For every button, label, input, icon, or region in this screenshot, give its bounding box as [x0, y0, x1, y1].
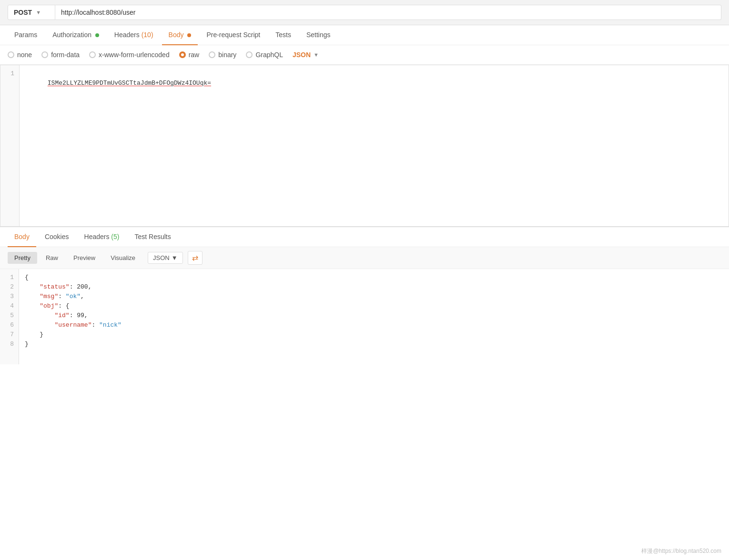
body-option-form-data[interactable]: form-data — [41, 51, 80, 59]
body-option-none[interactable]: none — [8, 51, 32, 59]
resp-format-arrow: ▼ — [172, 254, 178, 261]
resp-line-num-7: 7 — [0, 330, 19, 340]
tab-pre-request-script[interactable]: Pre-request Script — [200, 25, 267, 45]
tab-body[interactable]: Body — [162, 25, 198, 45]
resp-preview-button[interactable]: Preview — [67, 252, 102, 264]
headers-badge: (10) — [142, 31, 153, 39]
request-body-editor[interactable]: 1 ISMe2LLYZLME9PDTmUvGSCTtaJdmB+DFOgDWz4… — [0, 65, 729, 227]
resp-tab-cookies[interactable]: Cookies — [38, 227, 76, 247]
resp-line-numbers: 1 2 3 4 5 6 7 8 — [0, 269, 19, 364]
response-body: 1 2 3 4 5 6 7 8 { "status": 200, "msg": … — [0, 269, 729, 364]
body-format-dropdown[interactable]: JSON ▼ — [293, 51, 319, 59]
radio-form-data — [41, 51, 48, 58]
resp-line-3: "msg": "ok", — [25, 292, 723, 301]
editor-line-numbers: 1 — [0, 65, 20, 226]
resp-raw-button[interactable]: Raw — [39, 252, 65, 264]
resp-line-5: "id": 99, — [25, 311, 723, 320]
url-input[interactable] — [55, 5, 721, 20]
resp-visualize-button[interactable]: Visualize — [104, 252, 142, 264]
tab-headers[interactable]: Headers (10) — [108, 25, 160, 45]
response-section: Body Cookies Headers (5) Test Results Pr… — [0, 227, 729, 364]
format-dropdown-arrow: ▼ — [314, 52, 319, 58]
authorization-dot — [95, 33, 99, 37]
wrap-icon: ⇄ — [192, 254, 198, 262]
tab-params[interactable]: Params — [8, 25, 44, 45]
body-dot — [187, 33, 191, 37]
resp-line-8: } — [25, 340, 723, 349]
tab-tests[interactable]: Tests — [269, 25, 298, 45]
resp-line-num-5: 5 — [0, 311, 19, 320]
resp-headers-badge: (5) — [111, 233, 119, 240]
resp-pretty-button[interactable]: Pretty — [8, 252, 37, 264]
resp-tab-headers[interactable]: Headers (5) — [78, 227, 126, 247]
wrap-button[interactable]: ⇄ — [188, 251, 202, 265]
body-option-binary[interactable]: binary — [209, 51, 236, 59]
resp-line-num-8: 8 — [0, 340, 19, 349]
resp-line-6: "username": "nick" — [25, 320, 723, 330]
response-tabs: Body Cookies Headers (5) Test Results — [0, 227, 729, 247]
radio-none — [8, 51, 14, 58]
resp-line-num-3: 3 — [0, 292, 19, 301]
body-option-x-www-form-urlencoded[interactable]: x-www-form-urlencoded — [89, 51, 170, 59]
resp-tab-body[interactable]: Body — [8, 227, 36, 247]
resp-format-dropdown[interactable]: JSON ▼ — [148, 252, 183, 264]
method-select[interactable]: POST ▼ — [8, 5, 55, 20]
method-chevron-icon: ▼ — [36, 10, 41, 15]
resp-line-num-6: 6 — [0, 320, 19, 330]
radio-binary — [209, 51, 215, 58]
editor-token-value: ISMe2LLYZLME9PDTmUvGSCTtaJdmB+DFOgDWz4IO… — [48, 80, 211, 87]
editor-line-1: ISMe2LLYZLME9PDTmUvGSCTtaJdmB+DFOgDWz4IO… — [25, 69, 723, 98]
resp-line-num-1: 1 — [0, 273, 19, 282]
method-label: POST — [14, 9, 32, 16]
body-option-graphql[interactable]: GraphQL — [246, 51, 283, 59]
resp-code-content: { "status": 200, "msg": "ok", "obj": { "… — [19, 269, 729, 364]
resp-line-2: "status": 200, — [25, 282, 723, 292]
tab-authorization[interactable]: Authorization — [46, 25, 106, 45]
resp-line-7: } — [25, 330, 723, 340]
resp-line-num-2: 2 — [0, 282, 19, 292]
radio-graphql — [246, 51, 253, 58]
response-toolbar: Pretty Raw Preview Visualize JSON ▼ ⇄ — [0, 247, 729, 269]
resp-line-4: "obj": { — [25, 301, 723, 311]
line-num-1: 1 — [0, 69, 19, 79]
tab-settings[interactable]: Settings — [300, 25, 337, 45]
editor-content[interactable]: ISMe2LLYZLME9PDTmUvGSCTtaJdmB+DFOgDWz4IO… — [20, 65, 729, 226]
resp-line-1: { — [25, 273, 723, 282]
body-options-row: none form-data x-www-form-urlencoded raw… — [0, 45, 729, 65]
request-tabs: Params Authorization Headers (10) Body P… — [0, 25, 729, 45]
url-bar: POST ▼ — [0, 0, 729, 25]
radio-x-www — [89, 51, 96, 58]
resp-line-num-4: 4 — [0, 301, 19, 311]
radio-raw — [179, 51, 186, 58]
resp-tab-test-results[interactable]: Test Results — [128, 227, 177, 247]
body-option-raw[interactable]: raw — [179, 51, 200, 59]
